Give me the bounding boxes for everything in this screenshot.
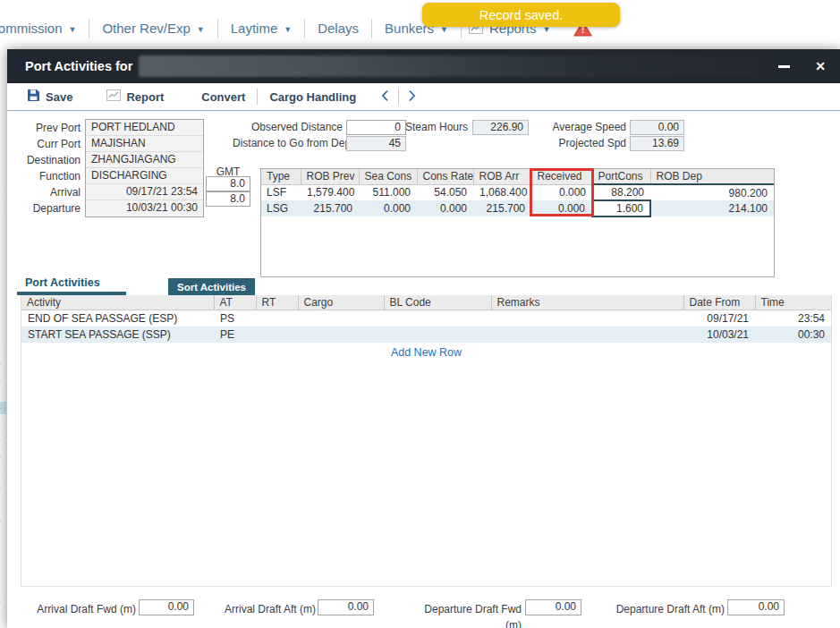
menu-other-rev-exp[interactable]: Other Rev/Exp ▼ <box>102 21 204 36</box>
lsg-rob-arr: 215.700 <box>473 200 531 216</box>
menu-divider <box>304 19 305 38</box>
esp-bl-code <box>384 310 491 327</box>
background-text-fragment: 2 <box>0 204 6 216</box>
chevron-down-icon: ▼ <box>197 23 205 34</box>
menu-delays-label: Delays <box>318 21 359 36</box>
average-speed-label: Average Speed <box>549 120 626 135</box>
distance-to-go-label: Distance to Go from Dep <box>233 136 343 151</box>
col-received: Received <box>531 169 592 184</box>
esp-rt <box>256 310 298 327</box>
esp-date-from: 09/17/21 <box>683 310 755 327</box>
background-text-fragment: 9 <box>0 359 6 371</box>
arrival-label: Arrival <box>7 184 81 200</box>
toolbar-divider <box>398 89 399 105</box>
port-activities-dialog: Port Activities for ✕ Save Report Conver… <box>7 49 840 628</box>
col-sea-cons: Sea Cons <box>359 169 417 184</box>
chevron-down-icon: ▼ <box>284 23 292 34</box>
lsg-received-input[interactable]: 0.000 <box>531 200 592 216</box>
bunker-row-lsg: LSG 215.700 0.000 0.000 215.700 0.000 1.… <box>261 200 774 216</box>
cargo-handling-button[interactable]: Cargo Handling <box>269 90 356 104</box>
function-label: Function <box>7 168 81 184</box>
activities-header-row: Activity AT RT Cargo BL Code Remarks Dat… <box>21 295 831 310</box>
sort-activities-button[interactable]: Sort Activities <box>168 278 255 295</box>
gmt-departure-input[interactable]: 8.0 <box>206 191 250 207</box>
menu-other-rev-exp-label: Other Rev/Exp <box>102 21 190 36</box>
voyage-values-box: PORT HEDLAND MAJISHAN ZHANGJIAGANG DISCH… <box>85 119 204 217</box>
col-time: Time <box>755 295 831 310</box>
minimize-icon[interactable] <box>778 65 790 68</box>
bunker-table: Type ROB Prev Sea Cons Cons Rate ROB Arr… <box>261 169 774 217</box>
save-label: Save <box>46 90 72 104</box>
save-icon <box>27 89 40 105</box>
toolbar-divider <box>257 89 258 105</box>
toast-message: Record saved. <box>479 8 564 22</box>
background-window-strip: 7229831457856 <box>0 49 7 628</box>
col-cargo: Cargo <box>298 295 384 310</box>
activity-row-ssp[interactable]: START SEA PASSAGE (SSP) PE 10/03/21 00:3… <box>21 327 831 343</box>
lsf-type: LSF <box>261 184 301 200</box>
ssp-at: PE <box>214 327 256 343</box>
save-button[interactable]: Save <box>27 89 72 105</box>
departure-draft-fwd-label: Departure Draft Fwd (m) <box>406 601 522 617</box>
col-portcons: PortCons <box>592 169 650 184</box>
background-text-fragment: 2 <box>0 343 6 355</box>
report-button[interactable]: Report <box>106 89 164 104</box>
lsg-portcons-input-focused[interactable]: 1.600 <box>592 200 650 216</box>
col-rob-arr: ROB Arr <box>473 169 531 184</box>
prev-port-nav-button[interactable] <box>381 89 389 105</box>
lsg-rob-dep: 214.100 <box>650 200 774 216</box>
esp-remarks <box>491 310 683 327</box>
ssp-bl-code <box>384 327 491 343</box>
esp-activity: END OF SEA PASSAGE (ESP) <box>21 310 214 327</box>
menu-delays[interactable]: Delays <box>318 21 359 36</box>
departure-value: 10/03/21 00:30 <box>86 200 203 216</box>
ssp-date-from: 10/03/21 <box>683 327 755 343</box>
tab-port-activities[interactable]: Port Activities <box>25 276 100 289</box>
redacted-vessel-name <box>139 55 763 77</box>
distance-to-go-value: 45 <box>346 136 406 151</box>
ssp-remarks <box>491 327 683 343</box>
departure-draft-aft-label: Departure Draft Aft (m) <box>608 601 725 617</box>
background-text-fragment: 3 <box>0 402 6 414</box>
lsf-portcons-input[interactable]: 88.200 <box>592 184 650 200</box>
lsg-sea-cons: 0.000 <box>359 200 417 216</box>
steam-hours-label: Steam Hours <box>394 120 468 135</box>
menu-laytime[interactable]: Laytime ▼ <box>231 21 292 36</box>
window-controls: ✕ <box>778 60 826 72</box>
menu-laytime-label: Laytime <box>231 21 278 36</box>
function-value: DISCHARGING <box>86 168 203 184</box>
next-port-nav-button[interactable] <box>408 89 416 105</box>
lsf-received-input[interactable]: 0.000 <box>531 184 592 200</box>
close-icon[interactable]: ✕ <box>815 60 826 72</box>
activities-table: Activity AT RT Cargo BL Code Remarks Dat… <box>21 295 831 343</box>
dialog-title: Port Activities for <box>25 59 132 73</box>
arrival-draft-aft-input[interactable]: 0.00 <box>318 599 374 615</box>
lsf-sea-cons: 511.000 <box>359 184 417 200</box>
ssp-cargo <box>298 327 384 343</box>
activities-panel: Activity AT RT Cargo BL Code Remarks Dat… <box>21 295 832 587</box>
curr-port-value: MAJISHAN <box>86 136 203 152</box>
background-text-fragment: 5 <box>0 514 6 527</box>
gmt-arrival-input[interactable]: 8.0 <box>206 176 250 191</box>
esp-time: 23:54 <box>755 310 831 327</box>
col-type: Type <box>261 169 301 184</box>
background-text-fragment: 8 <box>0 375 6 387</box>
col-date-from: Date From <box>683 295 755 310</box>
ssp-rt <box>256 327 298 343</box>
col-rt: RT <box>256 295 298 310</box>
background-text-fragment: 5 <box>0 450 6 463</box>
add-new-row-link[interactable]: Add New Row <box>21 346 831 359</box>
arrival-draft-fwd-input[interactable]: 0.00 <box>139 599 194 615</box>
arrival-draft-aft-label: Arrival Draft Aft (m) <box>209 601 316 617</box>
curr-port-label: Curr Port <box>7 136 81 152</box>
dialog-content: Prev Port Curr Port Destination Function… <box>7 111 840 628</box>
departure-draft-aft-input[interactable]: 0.00 <box>727 599 785 615</box>
ssp-activity: START SEA PASSAGE (SSP) <box>21 327 214 343</box>
convert-button[interactable]: Convert <box>201 90 245 104</box>
departure-draft-fwd-input[interactable]: 0.00 <box>525 599 581 615</box>
bunker-row-lsf: LSF 1,579.400 511.000 54.050 1,068.400 0… <box>261 184 774 200</box>
menu-commission[interactable]: Commission ▼ <box>0 21 76 36</box>
background-text-fragment: 7 <box>0 466 6 479</box>
dialog-titlebar: Port Activities for ✕ <box>7 49 840 83</box>
activity-row-esp[interactable]: END OF SEA PASSAGE (ESP) PS 09/17/21 23:… <box>21 310 831 327</box>
